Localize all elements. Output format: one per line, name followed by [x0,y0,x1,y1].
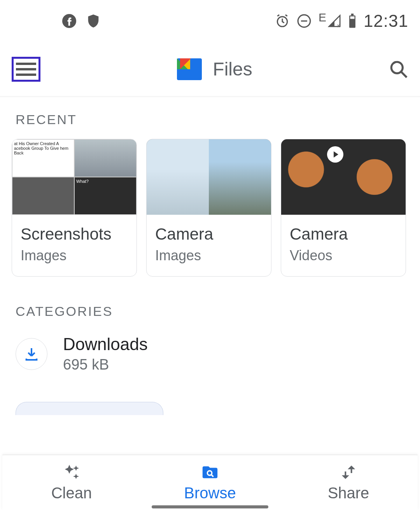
search-button[interactable] [389,60,408,79]
status-time: 12:31 [364,11,408,31]
recent-section-label: RECENT [0,96,420,139]
recent-card-title: Camera [290,225,397,244]
folder-search-icon [200,463,220,481]
files-logo-icon [177,58,202,80]
facebook-icon [62,14,76,28]
alarm-icon [275,14,290,28]
app-title: Files [213,58,252,80]
network-type: E [318,11,326,24]
category-downloads[interactable]: Downloads 695 kB [0,331,420,389]
nav-label: Share [328,484,369,502]
svg-rect-6 [350,16,354,19]
category-subtitle: 695 kB [63,356,148,373]
sparkle-icon [61,463,82,481]
svg-point-7 [391,62,402,73]
app-bar: Files [0,42,420,96]
recent-card-screenshots[interactable]: at His Owner Created A acebook Group To … [12,139,137,277]
categories-section-label: CATEGORIES [0,277,420,331]
recent-thumb [147,139,271,215]
download-icon [16,338,47,370]
shield-icon [86,13,101,29]
recent-thumb [281,139,406,215]
nav-label: Browse [184,484,236,502]
status-right: E x 12:31 [275,11,408,31]
nav-clean[interactable]: Clean [2,455,141,510]
status-left [62,13,101,29]
recent-card-camera-images[interactable]: Camera Images [146,139,271,277]
nav-share[interactable]: Share [279,455,418,510]
svg-text:x: x [337,23,340,28]
recent-card-subtitle: Videos [290,247,397,264]
partial-card [16,402,163,415]
recent-card-camera-videos[interactable]: Camera Videos [281,139,406,277]
svg-line-8 [401,72,407,77]
play-icon [327,146,343,163]
app-title-wrap: Files [40,58,389,80]
svg-rect-5 [351,14,354,16]
recent-thumb: at His Owner Created A acebook Group To … [12,139,136,215]
recent-card-subtitle: Images [21,247,128,264]
menu-button[interactable] [12,57,40,82]
nav-label: Clean [51,484,92,502]
recent-row: at His Owner Created A acebook Group To … [0,139,420,277]
battery-icon [348,14,357,28]
bottom-nav: Clean Browse Share [2,455,418,510]
recent-card-title: Camera [155,225,262,244]
signal-icon: x [328,14,341,28]
status-bar: E x 12:31 [0,0,420,42]
home-indicator [152,505,268,508]
nav-browse[interactable]: Browse [141,455,279,510]
recent-card-subtitle: Images [155,247,262,264]
swap-icon [338,463,359,481]
category-title: Downloads [63,335,148,354]
dnd-icon [297,14,312,28]
recent-card-title: Screenshots [21,225,128,244]
